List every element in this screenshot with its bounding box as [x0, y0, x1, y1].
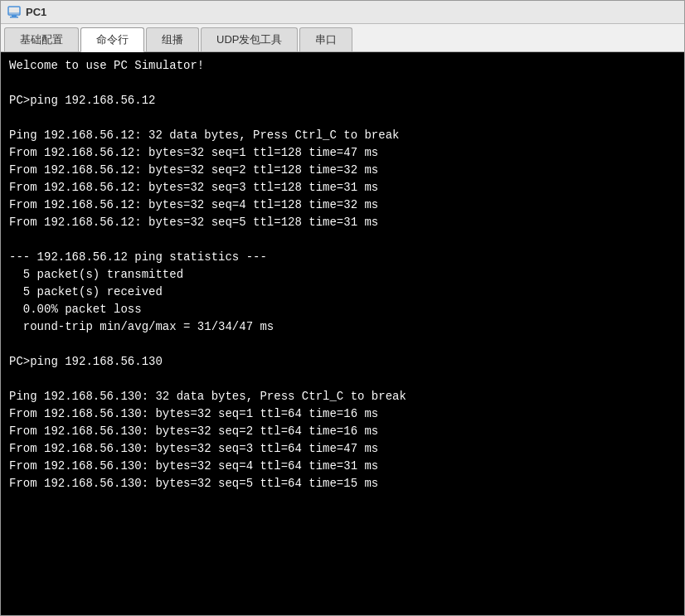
- svg-rect-2: [10, 17, 18, 18]
- window-title: PC1: [26, 6, 46, 18]
- title-bar: PC1: [1, 1, 684, 24]
- tab-serial[interactable]: 串口: [299, 27, 352, 51]
- tab-command-line[interactable]: 命令行: [80, 27, 144, 52]
- main-window: PC1 基础配置 命令行 组播 UDP发包工具 串口 Welcome to us…: [0, 0, 685, 616]
- tab-multicast[interactable]: 组播: [146, 27, 199, 51]
- tab-bar: 基础配置 命令行 组播 UDP发包工具 串口: [1, 24, 684, 52]
- terminal-text: Welcome to use PC Simulator! PC>ping 192…: [9, 57, 676, 492]
- pc-icon: [7, 6, 21, 19]
- svg-rect-1: [12, 15, 17, 17]
- tab-basic-config[interactable]: 基础配置: [4, 27, 79, 51]
- tab-udp-tool[interactable]: UDP发包工具: [201, 27, 298, 51]
- terminal-output[interactable]: Welcome to use PC Simulator! PC>ping 192…: [1, 52, 684, 615]
